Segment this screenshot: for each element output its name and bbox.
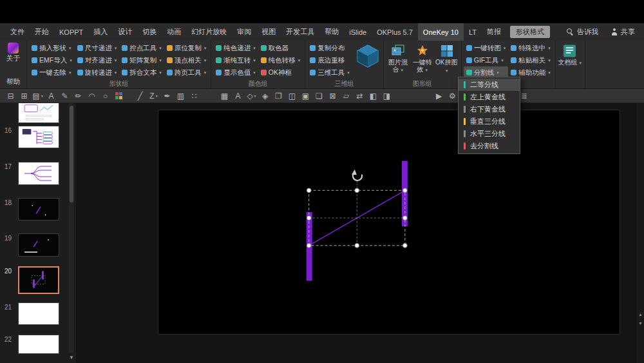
menu-item-golden-top-left[interactable]: 左上黄金线 [459,91,520,103]
delete-shape-icon[interactable]: ⊠ [326,89,339,103]
tell-me-button[interactable]: 告诉我 [567,27,598,37]
image-tool-icon[interactable]: ▤▾ [31,89,44,103]
ribbon-button-ok-puzzle[interactable]: OK拼图 ▾ [435,42,459,74]
shape-style-icon[interactable]: ◇▾ [245,89,258,103]
select-object-icon[interactable]: ⊟ [4,89,17,103]
blank-doc-icon[interactable]: ▱ [339,89,353,103]
ribbon-button-one-key-effect[interactable]: 一键特效 ▾ [410,42,435,74]
menu-tab-insert[interactable]: 插入 [88,23,113,41]
ribbon-button-solid-step[interactable]: 纯色递进▾ [213,42,258,54]
panel-view-icon[interactable]: ▣ [299,89,312,103]
selection-handle[interactable] [307,188,311,193]
menu-tab-help[interactable]: 帮助 [319,23,344,41]
shape-check-icon[interactable]: ◈ [258,89,272,103]
split-view-icon[interactable]: ◫ [285,89,299,103]
table-tool-icon[interactable]: ▦ [218,89,231,103]
pencil-tool-icon[interactable]: ✎ [58,89,71,103]
selection-handle[interactable] [402,216,407,221]
menu-tab-koppt[interactable]: KOPPT [54,23,88,41]
selection-handle[interactable] [307,216,311,221]
ribbon-button-cross-page-tool[interactable]: 跨页工具▾ [164,66,209,79]
ribbon-button-one-key-remove[interactable]: 一键去除▾ [29,66,75,79]
ribbon-button-insert-shape[interactable]: 插入形状▾ [29,42,75,54]
color-grid-icon[interactable] [112,89,126,103]
slide-thumbnail[interactable] [18,335,59,354]
ribbon-button-solid-transfer[interactable]: 纯色转移▾ [258,54,303,66]
ribbon-button-threed-tools[interactable]: 三维工具▾ [307,66,352,79]
line-tool-icon[interactable]: ╱ [133,89,147,103]
arc-tool-icon[interactable]: ◠ [85,89,99,103]
chart-tool-icon[interactable]: ▥ [174,89,187,103]
ribbon-button-about[interactable]: 关于 [4,54,23,64]
media-tool-icon[interactable]: ▶ [432,89,446,103]
wordart-icon[interactable]: Z▾ [147,89,160,103]
menu-item-horizontal-thirds[interactable]: 水平三分线 [459,128,520,140]
swap-order-icon[interactable]: ⇄ [353,89,366,103]
selection-handle[interactable] [355,188,359,193]
threed-cube-icon[interactable] [355,43,380,72]
slide-thumbnail[interactable] [18,266,59,294]
window-view-icon[interactable]: ❏ [312,89,326,103]
menu-tab-transitions[interactable]: 切换 [137,23,162,41]
slide-thumbnail[interactable] [18,198,59,221]
menu-tab-file[interactable]: 文件 [5,23,30,41]
slide-thumbnail[interactable] [18,162,59,185]
settings-icon[interactable]: ⚙ [446,89,459,103]
ribbon-button-rotate-step[interactable]: 旋转递进▾ [75,66,120,79]
menu-tab-islide[interactable]: iSlide [344,23,372,41]
ellipse-tool-icon[interactable]: ○ [99,89,112,103]
menu-tab-animations[interactable]: 动画 [162,23,186,41]
slide-thumbnail[interactable] [18,126,59,148]
ribbon-button-doc-group[interactable]: 文档组 ▾ [558,42,582,66]
ribbon-button-handle-tool[interactable]: 控点工具▾ [119,42,164,54]
ribbon-button-special-select[interactable]: 特殊选中▾ [508,42,553,54]
slide-canvas[interactable] [158,110,620,335]
dot-grid-icon[interactable]: ∷ [187,89,201,103]
menu-item-golden-bottom-right[interactable]: 右下黄金线 [459,103,520,115]
menu-tab-developer[interactable]: 开发工具 [281,23,319,41]
slide-thumbnail[interactable] [18,302,59,325]
ribbon-button-paste-related[interactable]: 粘贴相关▾ [508,54,553,66]
ribbon-button-ok-frame[interactable]: OK神框 [258,66,303,79]
menu-tab-lt[interactable]: LT [464,23,482,41]
next-slide-icon[interactable]: ▼ [638,320,643,327]
merge-shapes-icon[interactable]: ⊞ [17,89,31,103]
share-button[interactable]: 共享 [611,27,635,37]
selection-handle[interactable] [402,188,407,193]
rotation-handle[interactable] [352,170,362,181]
ribbon-button-bottom-edge-shift[interactable]: 底边重移 [307,54,352,66]
brush-tool-icon[interactable]: ✏ [71,89,85,103]
menu-tab-okplus[interactable]: OKPlus 5.7 [372,23,418,41]
menu-item-remove-dividers[interactable]: 去分割线 [459,140,520,152]
selection-handle[interactable] [355,243,359,248]
menu-tab-onekey[interactable]: OneKey 10 [418,23,464,41]
ribbon-button-inplace-copy[interactable]: 原位复制▾ [164,42,209,54]
ribbon-button-one-key-to-image[interactable]: 一键转图▾ [464,42,509,54]
selection-handle[interactable] [402,243,407,248]
ribbon-button-show-color-value[interactable]: 显示色值▾ [213,66,258,79]
slide-thumbnail[interactable] [18,103,59,123]
menu-item-bisect-line[interactable]: 二等分线 [459,79,520,91]
align-right-icon[interactable]: ◨ [380,89,393,103]
ribbon-button-matrix-copy[interactable]: 矩阵复制▾ [119,54,164,66]
ribbon-button-gif-tools[interactable]: GIF工具▾ [464,54,509,66]
menu-tab-review[interactable]: 审阅 [232,23,256,41]
menu-tab-home[interactable]: 开始 [30,23,54,41]
ribbon-button-align-step[interactable]: 对齐递进▾ [75,54,120,66]
canvas-scrollbar[interactable]: ▲ ▼ [637,103,644,363]
previous-slide-icon[interactable]: ▲ [638,311,643,318]
slide-thumbnail[interactable] [18,233,59,257]
ribbon-button-color-picker[interactable]: 取色器 [258,42,303,54]
menu-item-vertical-thirds[interactable]: 垂直三分线 [459,115,520,128]
menu-tab-view[interactable]: 视图 [256,23,281,41]
ribbon-button-gradient-solid-convert[interactable]: 渐纯互转▾ [213,54,258,66]
ribbon-button-copy-distribute[interactable]: 复制分布 [307,42,352,54]
ribbon-button-split-merge-text[interactable]: 拆合文本▾ [119,66,164,79]
align-left-icon[interactable]: ◧ [366,89,380,103]
ribbon-button-size-step[interactable]: 尺寸递进▾ [75,42,120,54]
duplicate-slide-icon[interactable]: ❐ [272,89,285,103]
menu-tab-design[interactable]: 设计 [113,23,137,41]
textbox-tool-icon[interactable]: A [231,89,245,103]
ribbon-button-image-blend[interactable]: 图片混合 ▾ [386,42,410,74]
ribbon-button-emf-import[interactable]: EMF导入▾ [29,54,75,66]
